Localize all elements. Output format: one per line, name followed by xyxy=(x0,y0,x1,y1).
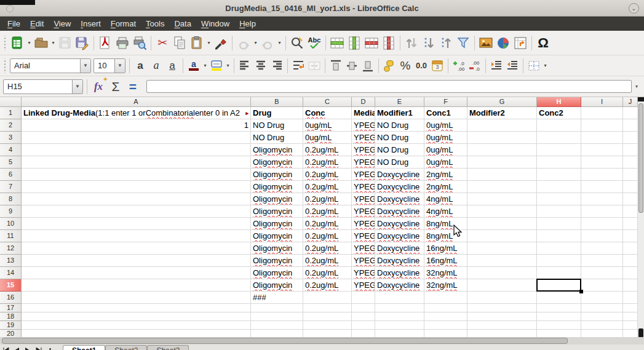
row-header-4[interactable]: 4 xyxy=(0,144,22,156)
sheet-tab-sheet3[interactable]: Sheet3 xyxy=(147,345,189,350)
cell-E3[interactable]: NO Drug xyxy=(375,132,424,144)
print-icon[interactable] xyxy=(114,34,131,52)
row-header-11[interactable]: 11 xyxy=(0,230,22,242)
align-right-icon[interactable] xyxy=(269,58,285,74)
number-format-icon[interactable]: 0.0 xyxy=(413,58,429,74)
cell-E6[interactable]: Doxycycline xyxy=(375,169,424,181)
autofilter-icon[interactable] xyxy=(455,34,472,52)
window-menu-button[interactable] xyxy=(6,5,14,12)
cell-J14[interactable] xyxy=(623,267,638,279)
cell-G11[interactable] xyxy=(467,230,537,242)
cell-A4[interactable] xyxy=(22,144,251,156)
cell-B5[interactable]: Oligomycin xyxy=(251,156,303,169)
cell-J3[interactable] xyxy=(623,132,638,144)
copy-icon[interactable] xyxy=(171,34,188,52)
cell-E20[interactable] xyxy=(375,330,424,337)
cell-H6[interactable] xyxy=(537,169,581,181)
cell-C7[interactable]: 0.2ug/mL xyxy=(303,181,352,193)
cell-F9[interactable]: 4ng/mL xyxy=(424,205,467,218)
cell-G16[interactable] xyxy=(467,292,537,304)
cell-G2[interactable] xyxy=(467,119,537,132)
cell-E7[interactable]: Doxycycline xyxy=(375,181,424,193)
row-header-20[interactable]: 20 xyxy=(0,330,22,337)
cell-A19[interactable] xyxy=(22,321,251,330)
menu-help[interactable]: Help xyxy=(234,17,261,31)
menu-format[interactable]: Format xyxy=(106,17,141,31)
formula-equals-icon[interactable]: = xyxy=(124,78,141,96)
cell-B19[interactable] xyxy=(251,321,303,330)
cell-G10[interactable] xyxy=(467,218,537,230)
cell-A15[interactable] xyxy=(22,279,251,292)
cell-F2[interactable]: 0ug/mL xyxy=(424,119,467,132)
cell-F19[interactable] xyxy=(424,321,467,330)
insert-image-icon[interactable] xyxy=(477,34,495,52)
cell-C10[interactable]: 0.2ug/mL xyxy=(303,218,352,230)
cell-G9[interactable] xyxy=(467,205,537,218)
find-replace-icon[interactable] xyxy=(288,34,306,52)
cell-H18[interactable] xyxy=(537,312,581,321)
cell-F3[interactable]: 0ug/mL xyxy=(424,132,467,144)
column-header-I[interactable]: I xyxy=(581,97,623,107)
cell-F12[interactable]: 16ng/mL xyxy=(424,242,467,255)
row-header-19[interactable]: 19 xyxy=(0,321,22,330)
cell-E18[interactable] xyxy=(375,312,424,321)
cell-I11[interactable] xyxy=(581,230,623,242)
cell-E8[interactable]: Doxycycline xyxy=(375,193,424,205)
wrap-text-icon[interactable] xyxy=(290,58,306,74)
print-preview-icon[interactable] xyxy=(131,34,148,52)
cell-J6[interactable] xyxy=(623,169,638,181)
row-header-17[interactable]: 17 xyxy=(0,304,22,312)
cell-C14[interactable]: 0.2ug/mL xyxy=(303,267,352,279)
cell-H20[interactable] xyxy=(537,330,581,337)
cell-C17[interactable] xyxy=(303,304,352,312)
cell-I12[interactable] xyxy=(581,242,623,255)
insert-chart-icon[interactable] xyxy=(495,34,512,52)
name-box[interactable]: H15 ▼ xyxy=(3,79,83,94)
cell-I19[interactable] xyxy=(581,321,623,330)
percent-icon[interactable]: % xyxy=(397,58,413,74)
row-header-10[interactable]: 10 xyxy=(0,218,22,230)
cell-D10[interactable]: YPEG xyxy=(352,218,375,230)
date-format-icon[interactable]: 3 xyxy=(429,58,445,74)
cell-A18[interactable] xyxy=(22,312,251,321)
cell-D15[interactable]: YPEG xyxy=(352,279,375,292)
cell-E2[interactable]: NO Drug xyxy=(375,119,424,132)
decrease-indent-icon[interactable] xyxy=(504,58,520,74)
cell-H2[interactable] xyxy=(537,119,581,132)
cell-F7[interactable]: 2ng/mL xyxy=(424,181,467,193)
cell-A5[interactable] xyxy=(22,156,251,169)
cell-A3[interactable] xyxy=(22,132,251,144)
cell-F14[interactable]: 32ng/mL xyxy=(424,267,467,279)
cell-J13[interactable] xyxy=(623,255,638,267)
cell-H16[interactable] xyxy=(537,292,581,304)
cell-E16[interactable] xyxy=(375,292,424,304)
select-all-corner[interactable] xyxy=(0,97,22,107)
cell-B17[interactable] xyxy=(251,304,303,312)
cell-J1[interactable] xyxy=(623,107,638,119)
center-vertically-icon[interactable] xyxy=(344,58,360,74)
cell-F20[interactable] xyxy=(424,330,467,337)
cell-A1[interactable]: Linked Drug-Media (1:1 enter 1 or Combin… xyxy=(22,107,251,119)
row-header-5[interactable]: 5 xyxy=(0,156,22,169)
row-header-14[interactable]: 14 xyxy=(0,267,22,279)
row-header-12[interactable]: 12 xyxy=(0,242,22,255)
cell-I16[interactable] xyxy=(581,292,623,304)
cell-D20[interactable] xyxy=(352,330,375,337)
function-wizard-icon[interactable]: fx✦ xyxy=(90,78,107,96)
cell-G15[interactable] xyxy=(467,279,537,292)
increase-indent-icon[interactable] xyxy=(488,58,504,74)
new-spreadsheet-dropdown-icon[interactable]: ▾ xyxy=(26,40,33,46)
column-header-E[interactable]: E xyxy=(375,97,424,107)
delete-decimal-icon[interactable]: .00.0 xyxy=(467,58,483,74)
cell-A16[interactable] xyxy=(22,292,251,304)
cell-H5[interactable] xyxy=(537,156,581,169)
row-header-18[interactable]: 18 xyxy=(0,312,22,321)
font-size-combo[interactable]: 10 ▼ xyxy=(93,58,125,73)
font-color-icon[interactable]: a xyxy=(186,58,202,74)
menu-tools[interactable]: Tools xyxy=(141,17,169,31)
cell-C16[interactable] xyxy=(303,292,352,304)
cell-F13[interactable]: 16ng/mL xyxy=(424,255,467,267)
borders-icon[interactable] xyxy=(526,58,542,74)
cell-F8[interactable]: 4ng/mL xyxy=(424,193,467,205)
cell-H8[interactable] xyxy=(537,193,581,205)
